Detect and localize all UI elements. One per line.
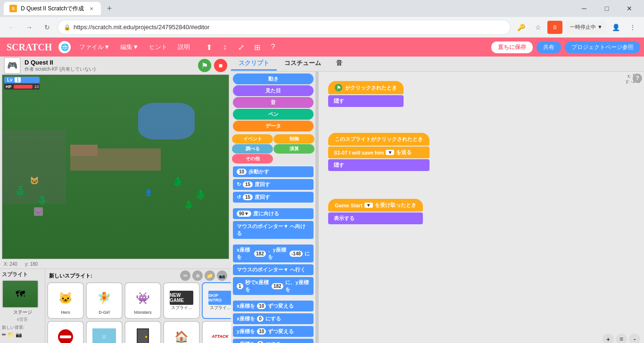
camera-sprite-btn[interactable]: 📷 [217,270,227,281]
project-name-input[interactable] [25,59,100,66]
cat-data[interactable]: データ [233,121,314,131]
block-point-mouse[interactable]: マウスのポインター▼ へ向ける [233,221,314,239]
block-input-dir: 90▼ [237,211,251,217]
sprite-door[interactable]: Door [124,321,161,343]
address-bar[interactable]: 🔒 https://scratch.mit.edu/projects/24795… [58,20,511,35]
upload-bg-btn[interactable]: 📁 [8,332,14,338]
sprite-dgirl[interactable]: 🧚 D-Girl [86,282,123,319]
pointer-icon[interactable]: ↕ [218,41,231,54]
block-hide-2[interactable]: 隠す [328,159,429,171]
browser-tab[interactable]: S D Quest II Scratchで作成 ✕ [4,2,101,15]
project-page-btn[interactable]: プロジェクトページ参照 [565,41,640,53]
block-change-x[interactable]: x座標を 10 ずつ変える [233,301,314,311]
block-goto-xy[interactable]: x座標を 182 、y座標を -148 に [233,245,314,262]
block-set-y[interactable]: y座標を 0 にする [233,339,314,343]
forward-btn[interactable]: → [22,20,37,35]
tab-scripts[interactable]: スクリプト [231,57,277,71]
block-move-steps[interactable]: 10 歩動かす [233,166,314,177]
water [138,103,195,139]
green-flag-btn[interactable]: ⚑ [198,59,211,72]
block-change-y[interactable]: y座標を 10 ずつ変える [233,326,314,337]
cat-more[interactable]: その他 [232,154,273,163]
save-btn[interactable]: 直ちに保存 [491,41,533,53]
maximize-btn[interactable]: □ [596,1,618,16]
profile-icon[interactable]: 👤 [608,20,623,35]
stop-btn[interactable]: ■ [214,59,227,72]
help-icon[interactable]: ? [266,41,280,54]
pause-btn[interactable]: 一時停止中 ▼ [566,21,606,34]
brave-shield-icon[interactable]: B [547,21,562,34]
cat-looks[interactable]: 見た目 [233,85,314,96]
zoom-out-btn[interactable]: - [629,334,640,343]
block-broadcast[interactable]: S1-07 I will save him ▼ を送る [328,147,429,158]
block-goto-mouse[interactable]: マウスのポインター▼ へ行く [233,264,314,275]
choose-sprite-btn[interactable]: ⊕ [192,270,203,281]
zoom-reset-btn[interactable]: = [616,334,627,343]
hat-green-flag[interactable]: ⚑ がクリックされたとき [328,81,404,94]
block-hide-1[interactable]: 隠す [328,95,404,107]
fullscreen-icon[interactable]: ⊞ [250,41,264,54]
sprite-no-entry[interactable]: No Entry [47,321,84,343]
cat-sensing[interactable]: 調べる [232,144,273,154]
edit-menu[interactable]: 編集▼ [116,41,143,53]
stage-thumbnail[interactable]: 🗺 [2,280,39,308]
cat-control[interactable]: 制御 [273,134,314,144]
key-icon[interactable]: 🔑 [513,20,528,35]
cat-pen[interactable]: ペン [233,109,314,120]
file-menu[interactable]: ファイル▼ [74,41,115,53]
sprite-skip-intro[interactable]: SKIP INTRO スプライ... [202,282,231,319]
share-btn[interactable]: 共有 [537,41,561,53]
minimize-btn[interactable]: ─ [573,1,595,16]
menu-icon[interactable]: ⋮ [625,20,640,35]
block-show[interactable]: 表示する [328,212,423,224]
help-icon-editor[interactable]: ? [633,74,642,83]
camera-bg-btn[interactable]: 📷 [16,332,22,338]
cat-motion[interactable]: 動き [233,74,314,84]
back-btn[interactable]: ← [4,20,19,35]
sprite-new-game[interactable]: NEW GAME スプライ... [163,282,200,319]
receive-dropdown[interactable]: ▼ [364,203,373,208]
block-glide[interactable]: 1 秒でx座標を 182 に、y座標を [233,277,314,295]
block-label-turn-r: 度回す [255,181,270,188]
sprite-wall-check[interactable]: ☑ Wall Check [86,321,123,343]
tab-close-btn[interactable]: ✕ [88,5,95,12]
block-set-x[interactable]: x座標を 0 にする [233,313,314,324]
hints-menu[interactable]: ヒント [144,41,172,53]
script-editor[interactable]: ⚑ がクリックされたとき 隠す このスプライトがクリックされたとき [319,72,644,343]
globe-icon[interactable]: 🌐 [58,41,71,53]
sprite-hero[interactable]: 🐱 Hero [47,282,84,319]
lock-icon: 🔒 [64,24,71,31]
question-icon[interactable]: ? [633,74,642,83]
expand-icon[interactable]: ⤢ [234,41,248,54]
new-tab-btn[interactable]: + [103,2,116,15]
svg-point-4 [145,336,147,338]
hide-label-1: 隠す [334,98,344,104]
about-menu[interactable]: 説明 [173,41,195,53]
tab-sounds[interactable]: 音 [329,57,350,71]
bg-count: 6背景 [2,317,43,323]
zoom-in-btn[interactable]: + [603,334,614,343]
star-icon[interactable]: ☆ [530,20,545,35]
cat-operators[interactable]: 演算 [273,144,314,154]
draw-sprite-btn[interactable]: ✏ [180,270,190,281]
sprite-house[interactable]: 🏠 House [163,321,200,343]
upload-sprite-btn[interactable]: 📁 [205,270,215,281]
hat-sprite-clicked[interactable]: このスプライトがクリックされたとき [328,133,429,146]
tab-costumes[interactable]: コスチューム [277,57,329,71]
cat-events[interactable]: イベント [232,134,273,144]
broadcast-dropdown[interactable]: ▼ [386,150,394,155]
sprite-monsters[interactable]: 👾 Monsters [124,282,161,319]
cat-sound[interactable]: 音 [233,97,314,108]
url-text: https://scratch.mit.edu/projects/2479528… [74,24,209,31]
paint-bg-btn[interactable]: ✏ [2,332,6,338]
upload-icon[interactable]: ⬆ [202,41,215,54]
topbar-action-icons: ⬆ ↕ ⤢ ⊞ ? [202,41,280,54]
refresh-btn[interactable]: ↻ [40,20,55,35]
sprite-attack[interactable]: ATTACK スプライ... [202,321,231,343]
hat-receive[interactable]: Game Start ▼ を受け取ったとき [328,199,423,212]
close-btn[interactable]: ✕ [619,1,640,16]
block-point-dir[interactable]: 90▼ 度に向ける [233,208,314,219]
block-turn-left[interactable]: ↺ 15 度回す [233,192,314,203]
block-input-glide-x: 182 [272,283,283,289]
block-turn-right[interactable]: ↻ 15 度回す [233,179,314,190]
